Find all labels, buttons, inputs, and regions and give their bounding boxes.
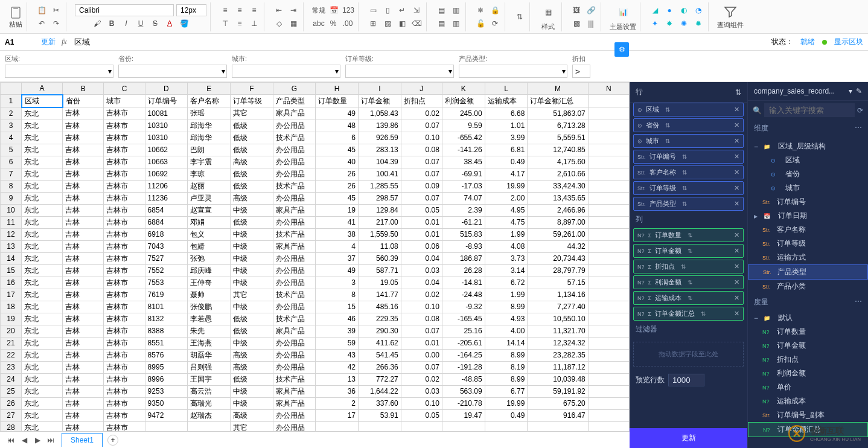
chip-close-icon[interactable]: ✕ bbox=[734, 310, 739, 318]
data-cell[interactable]: 0.02 bbox=[401, 373, 442, 385]
data-cell[interactable]: 技术产品 bbox=[273, 132, 316, 144]
row-header[interactable]: 14 bbox=[1, 252, 22, 264]
data-cell[interactable]: -655.42 bbox=[442, 132, 485, 144]
data-cell[interactable]: 26 bbox=[316, 168, 359, 180]
data-cell[interactable]: 46 bbox=[316, 313, 359, 325]
number-icon[interactable]: 123 bbox=[342, 4, 354, 16]
data-cell[interactable]: -165.45 bbox=[442, 313, 485, 325]
valign-bottom-icon[interactable]: ⊥ bbox=[248, 18, 260, 30]
data-cell[interactable]: 家具产品 bbox=[273, 325, 316, 337]
data-cell[interactable]: 张弛 bbox=[188, 252, 231, 264]
data-cell[interactable]: 吉林 bbox=[63, 264, 104, 277]
data-cell[interactable]: 邱海华 bbox=[188, 120, 231, 132]
data-cell[interactable]: 0.09 bbox=[401, 180, 442, 192]
data-cell[interactable]: 3.14 bbox=[485, 264, 528, 277]
size-select[interactable] bbox=[176, 4, 206, 16]
field-item[interactable]: Str.产品小类 bbox=[748, 280, 868, 293]
data-cell[interactable]: 5,559.51 bbox=[528, 132, 588, 144]
data-cell[interactable]: 低级 bbox=[230, 120, 273, 132]
data-cell[interactable]: 东北 bbox=[22, 168, 63, 180]
format-painter-icon[interactable]: 🖌 bbox=[91, 18, 103, 30]
data-cell[interactable]: 办公用品 bbox=[273, 252, 316, 264]
field-item[interactable]: Str.产品类型 bbox=[748, 264, 868, 280]
data-cell[interactable]: 王国宇 bbox=[188, 373, 231, 385]
col-header[interactable]: I bbox=[359, 83, 401, 95]
col-chip[interactable]: N?Σ折扣点⇅✕ bbox=[633, 260, 744, 274]
chip-close-icon[interactable]: ✕ bbox=[734, 137, 739, 145]
style-icon[interactable]: ▦ bbox=[538, 2, 558, 21]
data-cell[interactable]: 9350 bbox=[145, 397, 188, 409]
data-cell[interactable]: -61.21 bbox=[442, 216, 485, 228]
filter-dropzone[interactable]: 拖动数据字段至此处 bbox=[633, 342, 744, 366]
row-header[interactable]: 21 bbox=[1, 337, 22, 349]
data-cell[interactable]: 772.27 bbox=[359, 373, 401, 385]
data-cell[interactable]: 吉林市 bbox=[104, 325, 145, 337]
data-cell[interactable]: -48.85 bbox=[442, 373, 485, 385]
chip-close-icon[interactable]: ✕ bbox=[734, 294, 739, 302]
freeze-icon[interactable]: ❄ bbox=[474, 4, 487, 16]
data-cell[interactable]: 赵宣宣 bbox=[188, 204, 231, 216]
fill-color-icon[interactable]: 🪣 bbox=[178, 18, 190, 30]
data-cell[interactable]: 0.07 bbox=[401, 156, 442, 168]
data-cell[interactable]: 8.99 bbox=[485, 373, 528, 385]
data-cell[interactable]: 中级 bbox=[230, 385, 273, 397]
row-header[interactable]: 6 bbox=[1, 156, 22, 168]
row-header[interactable]: 18 bbox=[1, 301, 22, 313]
col-header[interactable]: J bbox=[401, 83, 442, 95]
chip-close-icon[interactable]: ✕ bbox=[734, 106, 739, 114]
data-cell[interactable]: -210.78 bbox=[442, 397, 485, 409]
data-cell[interactable]: 吉林市 bbox=[104, 361, 145, 373]
row-header[interactable]: 4 bbox=[1, 132, 22, 144]
col-header[interactable]: A bbox=[22, 83, 63, 95]
data-cell[interactable]: 吉林市 bbox=[104, 337, 145, 349]
data-cell[interactable]: 吉林市 bbox=[104, 204, 145, 216]
data-cell[interactable]: 办公用品 bbox=[273, 120, 316, 132]
data-cell[interactable]: 东北 bbox=[22, 313, 63, 325]
row-header[interactable]: 19 bbox=[1, 313, 22, 325]
data-cell[interactable]: -191.28 bbox=[442, 361, 485, 373]
data-cell[interactable]: 28,797.79 bbox=[528, 264, 588, 277]
data-cell[interactable]: 37 bbox=[316, 252, 359, 264]
clear-icon[interactable]: ⌫ bbox=[410, 18, 423, 30]
align-center-icon[interactable]: ≡ bbox=[234, 4, 246, 16]
field-item[interactable]: Str.订单等级 bbox=[748, 237, 868, 251]
field-item[interactable]: N?订单金额 bbox=[748, 339, 868, 353]
data-cell[interactable]: 胡磊华 bbox=[188, 349, 231, 361]
data-cell[interactable]: 13,435.65 bbox=[528, 192, 588, 204]
tree-toggle-icon[interactable]: − bbox=[754, 142, 760, 151]
sort-icon[interactable]: ⇅ bbox=[514, 11, 526, 23]
col-chip[interactable]: N?Σ运输成本⇅✕ bbox=[633, 291, 744, 305]
update-link[interactable]: 更新 bbox=[41, 37, 56, 47]
row-chip[interactable]: ⊙城市⇅✕ bbox=[633, 134, 744, 148]
data-cell[interactable]: 12,740.85 bbox=[528, 144, 588, 156]
data-cell[interactable]: 吕则强 bbox=[188, 361, 231, 373]
data-cell[interactable]: 916.47 bbox=[528, 409, 588, 421]
data-cell[interactable]: 3.73 bbox=[485, 252, 528, 264]
data-cell[interactable]: 8551 bbox=[145, 337, 188, 349]
image-icon[interactable]: 🖼 bbox=[570, 4, 582, 16]
data-cell[interactable]: 吉林市 bbox=[104, 421, 145, 431]
data-cell[interactable]: 10,039.48 bbox=[528, 373, 588, 385]
barcode-icon[interactable]: ||| bbox=[585, 18, 597, 30]
chip-sort-icon[interactable]: ⇅ bbox=[682, 200, 687, 207]
data-cell[interactable]: 办公用品 bbox=[273, 337, 316, 349]
data-cell[interactable]: 675.20 bbox=[528, 397, 588, 409]
data-cell[interactable]: 高级 bbox=[230, 409, 273, 421]
data-cell[interactable]: 0.07 bbox=[401, 361, 442, 373]
data-cell[interactable]: 家具产品 bbox=[273, 397, 316, 409]
data-cell[interactable]: 8,897.00 bbox=[528, 216, 588, 228]
data-cell[interactable]: 38 bbox=[316, 228, 359, 240]
sheet-tab-1[interactable]: Sheet1 bbox=[62, 433, 103, 447]
data-cell[interactable]: 229.35 bbox=[359, 313, 401, 325]
data-cell[interactable]: 8.99 bbox=[485, 349, 528, 361]
data-cell[interactable]: 吉林 bbox=[63, 373, 104, 385]
data-cell[interactable]: 45 bbox=[316, 192, 359, 204]
data-cell[interactable]: 低级 bbox=[230, 313, 273, 325]
col-header[interactable]: C bbox=[104, 83, 145, 95]
data-cell[interactable]: 560.39 bbox=[359, 252, 401, 264]
header-cell[interactable]: 订单编号 bbox=[145, 95, 188, 107]
data-cell[interactable]: 吉林市 bbox=[104, 240, 145, 252]
data-cell[interactable]: 东北 bbox=[22, 240, 63, 252]
header-cell[interactable]: 订单等级 bbox=[230, 95, 273, 107]
header-cell[interactable]: 产品类型 bbox=[273, 95, 316, 107]
